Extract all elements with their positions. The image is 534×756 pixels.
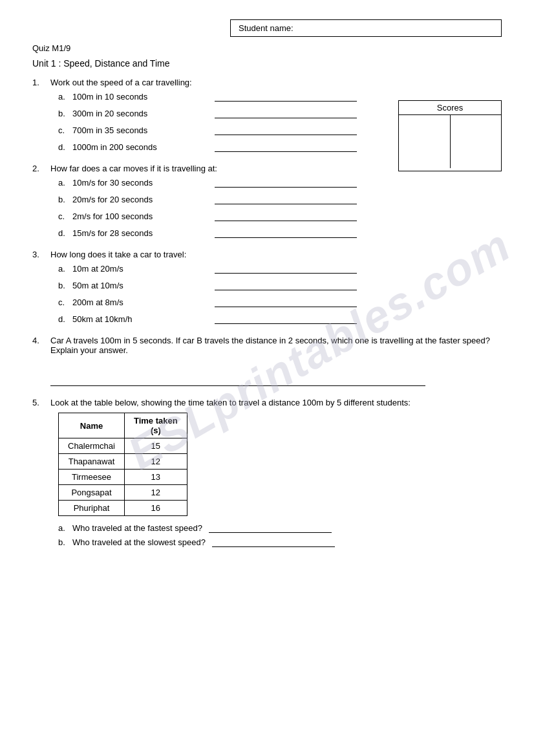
table-row: Pongsapat 12 <box>59 485 187 501</box>
q4-num: 4. <box>32 336 50 355</box>
q1-c-letter: c. <box>58 125 72 135</box>
q1-c-text: 700m in 35 seconds <box>72 125 202 135</box>
q5-a-answer <box>209 523 332 533</box>
q1-b-answer <box>215 108 357 118</box>
header-row: Student name: <box>32 19 502 37</box>
q3-c-text: 200m at 8m/s <box>72 297 202 307</box>
q5-sub-questions: a. Who traveled at the fastest speed? b.… <box>58 523 502 547</box>
q2-b-text: 20m/s for 20 seconds <box>72 195 202 204</box>
quiz-label: Quiz M1/9 <box>32 43 502 53</box>
q5-sub-b: b. Who traveled at the slowest speed? <box>58 537 502 547</box>
q3-sub-d: d. 50km at 10km/h <box>58 314 502 324</box>
q5-num: 5. <box>32 398 50 407</box>
q3-a-answer <box>215 263 357 274</box>
table-header-time: Time taken(s) <box>124 413 187 438</box>
q3-b-text: 50m at 10m/s <box>72 281 202 290</box>
table-cell-name: Phuriphat <box>59 501 125 516</box>
table-cell-name: Pongsapat <box>59 485 125 501</box>
q2-c-text: 2m/s for 100 seconds <box>72 211 202 221</box>
q1-a-text: 100m in 10 seconds <box>72 92 202 102</box>
q2-a-text: 10m/s for 30 seconds <box>72 178 202 188</box>
q1-b-letter: b. <box>58 109 72 118</box>
scores-header: Scores <box>399 101 501 115</box>
q5-table: Name Time taken(s) Chalermchai 15 Thapan… <box>58 413 187 516</box>
q1-main: 1. Work out the speed of a car travellin… <box>32 78 502 87</box>
unit-title: Unit 1 : Speed, Distance and Time <box>32 58 502 69</box>
table-cell-time: 13 <box>124 470 187 485</box>
q5-b-answer <box>212 537 335 547</box>
table-cell-name: Chalermchai <box>59 438 125 454</box>
q3-a-text: 10m at 20m/s <box>72 264 202 274</box>
q1-num: 1. <box>32 78 50 87</box>
q5-text: Look at the table below, showing the tim… <box>50 398 502 407</box>
q4-text: Car A travels 100m in 5 seconds. If car … <box>50 336 502 355</box>
q3-main: 3. How long does it take a car to travel… <box>32 250 502 259</box>
q1-d-text: 1000m in 200 seconds <box>72 142 202 152</box>
table-header-name: Name <box>59 413 125 438</box>
q3-b-answer <box>215 280 357 290</box>
q2-d-letter: d. <box>58 228 72 238</box>
q4-main: 4. Car A travels 100m in 5 seconds. If c… <box>32 336 502 355</box>
student-name-box: Student name: <box>230 19 502 37</box>
q3-c-answer <box>215 297 357 307</box>
q3-num: 3. <box>32 250 50 259</box>
q2-a-letter: a. <box>58 178 72 188</box>
q2-sub-b: b. 20m/s for 20 seconds <box>58 194 502 204</box>
q2-sub-a: a. 10m/s for 30 seconds <box>58 177 502 188</box>
q5-b-letter: b. <box>58 537 72 547</box>
q5-sub-a: a. Who traveled at the fastest speed? <box>58 523 502 533</box>
question-5: 5. Look at the table below, showing the … <box>32 398 502 547</box>
question-3: 3. How long does it take a car to travel… <box>32 250 502 324</box>
table-cell-time: 16 <box>124 501 187 516</box>
table-row: Tirmeesee 13 <box>59 470 187 485</box>
scores-col-left <box>399 115 451 168</box>
q2-b-letter: b. <box>58 195 72 204</box>
q3-text: How long does it take a car to travel: <box>50 250 502 259</box>
q3-c-letter: c. <box>58 297 72 307</box>
q2-num: 2. <box>32 164 50 173</box>
q2-b-answer <box>215 194 357 204</box>
scores-col-right <box>451 115 502 168</box>
table-cell-time: 12 <box>124 485 187 501</box>
q2-d-answer <box>215 228 357 238</box>
q3-sub-a: a. 10m at 20m/s <box>58 263 502 274</box>
q2-d-text: 15m/s for 28 seconds <box>72 228 202 238</box>
table-cell-time: 12 <box>124 454 187 470</box>
q1-a-letter: a. <box>58 92 72 102</box>
table-cell-name: Tirmeesee <box>59 470 125 485</box>
q5-a-letter: a. <box>58 523 72 533</box>
q3-sub-c: c. 200m at 8m/s <box>58 297 502 307</box>
q4-answer-space <box>50 360 425 386</box>
q1-text: Work out the speed of a car travelling: <box>50 78 502 87</box>
q5-a-text: Who traveled at the fastest speed? <box>72 523 202 533</box>
scores-box: Scores <box>398 100 502 171</box>
table-cell-time: 15 <box>124 438 187 454</box>
q5-b-text: Who traveled at the slowest speed? <box>72 537 206 547</box>
student-name-label: Student name: <box>239 23 294 33</box>
question-2: 2. How far does a car moves if it is tra… <box>32 164 502 238</box>
scores-body <box>399 115 501 168</box>
q2-sub-c: c. 2m/s for 100 seconds <box>58 211 502 221</box>
q5-main: 5. Look at the table below, showing the … <box>32 398 502 407</box>
q2-sub-d: d. 15m/s for 28 seconds <box>58 228 502 238</box>
table-row: Chalermchai 15 <box>59 438 187 454</box>
q1-d-letter: d. <box>58 142 72 152</box>
q1-a-answer <box>215 91 357 102</box>
q2-a-answer <box>215 177 357 188</box>
q2-c-answer <box>215 211 357 221</box>
q1-b-text: 300m in 20 seconds <box>72 109 202 118</box>
q3-d-letter: d. <box>58 314 72 324</box>
table-row: Phuriphat 16 <box>59 501 187 516</box>
q3-b-letter: b. <box>58 281 72 290</box>
q3-sub-b: b. 50m at 10m/s <box>58 280 502 290</box>
question-4: 4. Car A travels 100m in 5 seconds. If c… <box>32 336 502 386</box>
q3-d-answer <box>215 314 357 324</box>
table-cell-name: Thapanawat <box>59 454 125 470</box>
table-row: Thapanawat 12 <box>59 454 187 470</box>
q1-c-answer <box>215 125 357 135</box>
q1-d-answer <box>215 142 357 152</box>
q2-c-letter: c. <box>58 211 72 221</box>
q3-d-text: 50km at 10km/h <box>72 314 202 324</box>
q3-a-letter: a. <box>58 264 72 274</box>
